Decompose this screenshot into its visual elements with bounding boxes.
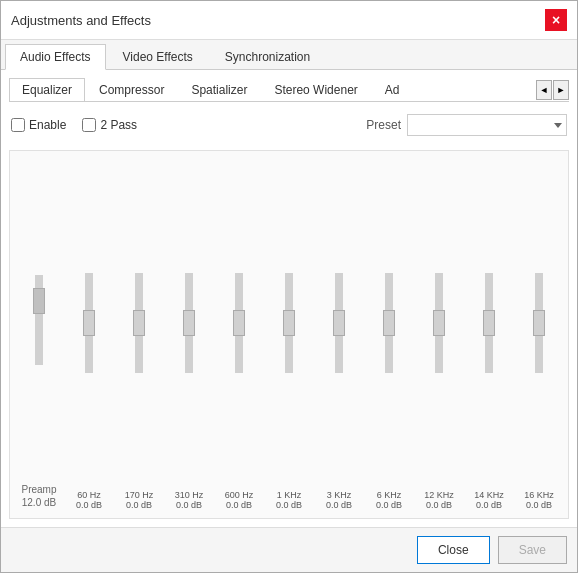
band-col-9: 16 KHz 0.0 dB [514, 159, 564, 510]
band-slider-4[interactable] [285, 273, 293, 373]
band-slider-0[interactable] [85, 273, 93, 373]
band-freq-2: 310 Hz [175, 490, 204, 500]
sub-tab-compressor[interactable]: Compressor [86, 78, 177, 101]
band-db-1: 0.0 dB [126, 500, 152, 510]
sub-tabs: Equalizer Compressor Spatializer Stereo … [9, 78, 534, 101]
preamp-column: Preamp 12.0 dB [14, 159, 64, 510]
band-slider-2[interactable] [185, 273, 193, 373]
band-slider-wrap-6 [364, 159, 414, 486]
band-db-3: 0.0 dB [226, 500, 252, 510]
band-col-5: 3 KHz 0.0 dB [314, 159, 364, 510]
sliders-container: Preamp 12.0 dB 60 Hz 0.0 dB 17 [9, 150, 569, 519]
band-col-7: 12 KHz 0.0 dB [414, 159, 464, 510]
tab-video-effects[interactable]: Video Effects [108, 44, 208, 69]
twopass-checkbox[interactable] [82, 118, 96, 132]
content-area: Equalizer Compressor Spatializer Stereo … [1, 70, 577, 527]
band-col-4: 1 KHz 0.0 dB [264, 159, 314, 510]
band-slider-wrap-3 [214, 159, 264, 486]
band-freq-0: 60 Hz [77, 490, 101, 500]
band-col-6: 6 KHz 0.0 dB [364, 159, 414, 510]
band-col-0: 60 Hz 0.0 dB [64, 159, 114, 510]
sub-tabs-row: Equalizer Compressor Spatializer Stereo … [9, 78, 569, 102]
window-close-button[interactable]: × [545, 9, 567, 31]
band-slider-7[interactable] [435, 273, 443, 373]
band-slider-wrap-7 [414, 159, 464, 486]
band-db-4: 0.0 dB [276, 500, 302, 510]
scroll-left-button[interactable]: ◄ [536, 80, 552, 100]
band-slider-wrap-9 [514, 159, 564, 486]
band-db-6: 0.0 dB [376, 500, 402, 510]
band-slider-8[interactable] [485, 273, 493, 373]
band-slider-wrap-8 [464, 159, 514, 486]
band-freq-6: 6 KHz [377, 490, 402, 500]
band-slider-5[interactable] [335, 273, 343, 373]
band-col-1: 170 Hz 0.0 dB [114, 159, 164, 510]
band-freq-3: 600 Hz [225, 490, 254, 500]
enable-checkbox[interactable] [11, 118, 25, 132]
band-freq-8: 14 KHz [474, 490, 504, 500]
scroll-right-button[interactable]: ► [553, 80, 569, 100]
band-db-8: 0.0 dB [476, 500, 502, 510]
dialog-window: Adjustments and Effects × Audio Effects … [0, 0, 578, 573]
sub-tab-equalizer[interactable]: Equalizer [9, 78, 85, 101]
band-freq-7: 12 KHz [424, 490, 454, 500]
equalizer-area: Preamp 12.0 dB 60 Hz 0.0 dB 17 [9, 150, 569, 519]
controls-row: Enable 2 Pass Preset [9, 110, 569, 140]
sub-tab-spatializer[interactable]: Spatializer [178, 78, 260, 101]
band-freq-9: 16 KHz [524, 490, 554, 500]
sub-tab-scroll-controls: ◄ ► [536, 80, 569, 100]
band-freq-1: 170 Hz [125, 490, 154, 500]
preset-select[interactable] [407, 114, 567, 136]
band-col-3: 600 Hz 0.0 dB [214, 159, 264, 510]
band-slider-wrap-4 [264, 159, 314, 486]
enable-group: Enable [11, 118, 66, 132]
band-col-8: 14 KHz 0.0 dB [464, 159, 514, 510]
band-slider-1[interactable] [135, 273, 143, 373]
window-title: Adjustments and Effects [11, 13, 151, 28]
preamp-text-label: Preamp [21, 484, 56, 495]
bottom-bar: Close Save [1, 527, 577, 572]
preamp-slider[interactable] [35, 275, 43, 365]
tab-audio-effects[interactable]: Audio Effects [5, 44, 106, 70]
band-db-7: 0.0 dB [426, 500, 452, 510]
band-db-5: 0.0 dB [326, 500, 352, 510]
band-slider-9[interactable] [535, 273, 543, 373]
save-button[interactable]: Save [498, 536, 567, 564]
tab-synchronization[interactable]: Synchronization [210, 44, 325, 69]
band-slider-wrap-1 [114, 159, 164, 486]
twopass-label: 2 Pass [100, 118, 137, 132]
enable-label: Enable [29, 118, 66, 132]
close-button[interactable]: Close [417, 536, 490, 564]
preamp-db-value: 12.0 dB [21, 497, 56, 508]
twopass-group: 2 Pass [82, 118, 137, 132]
band-freq-4: 1 KHz [277, 490, 302, 500]
band-db-9: 0.0 dB [526, 500, 552, 510]
sub-tab-advanced[interactable]: Ad [372, 78, 413, 101]
band-db-2: 0.0 dB [176, 500, 202, 510]
band-slider-3[interactable] [235, 273, 243, 373]
preset-group: Preset [366, 114, 567, 136]
preset-label: Preset [366, 118, 401, 132]
band-freq-5: 3 KHz [327, 490, 352, 500]
band-slider-wrap-5 [314, 159, 364, 486]
band-col-2: 310 Hz 0.0 dB [164, 159, 214, 510]
title-bar: Adjustments and Effects × [1, 1, 577, 40]
band-db-0: 0.0 dB [76, 500, 102, 510]
sub-tab-stereo-widener[interactable]: Stereo Widener [261, 78, 370, 101]
main-tabs: Audio Effects Video Effects Synchronizat… [1, 40, 577, 70]
band-slider-wrap-2 [164, 159, 214, 486]
band-slider-wrap-0 [64, 159, 114, 486]
band-slider-6[interactable] [385, 273, 393, 373]
